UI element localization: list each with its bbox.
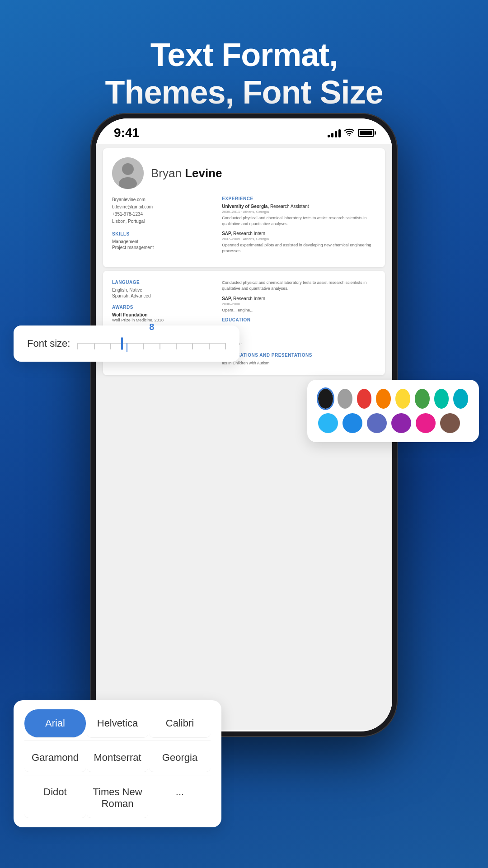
color-swatch-lightblue[interactable] <box>318 413 338 433</box>
font-item-times-new-roman[interactable]: Times New Roman <box>87 778 148 818</box>
color-swatch-gray[interactable] <box>338 389 352 409</box>
name-last: Levine <box>185 166 222 180</box>
font-size-value: 8 <box>149 322 154 332</box>
color-swatch-pink[interactable] <box>416 413 436 433</box>
sap-desc: Opera... engine... <box>222 307 376 313</box>
font-item-georgia[interactable]: Georgia <box>149 744 211 772</box>
contact-info: Bryanlevine.com b.levine@gmail.com +351-… <box>112 196 215 225</box>
contact-phone: +351-978-1234 <box>112 211 215 218</box>
color-swatch-blue[interactable] <box>343 413 362 433</box>
tick-7 <box>176 343 177 349</box>
lang-title: LANGUAGE <box>112 280 215 285</box>
exp-2-desc: Operated experimental pilots and assiste… <box>222 242 376 254</box>
font-picker-panel[interactable]: ArialHelveticaCalibriGaramondMontserratG… <box>14 700 221 827</box>
exp-title: EXPERIENCE <box>222 196 376 201</box>
wifi-icon <box>344 128 354 138</box>
lang-es: Spanish, Advanced <box>112 293 215 298</box>
awards-title: AWARDS <box>112 305 215 310</box>
font-item-helvetica[interactable]: Helvetica <box>87 709 148 738</box>
color-swatch-black[interactable] <box>318 389 333 409</box>
name-first: Bryan <box>151 166 185 180</box>
skills-title: SKILLS <box>112 231 215 236</box>
resume-card-top: Bryan Levine Bryanlevine.com b.levine@gm… <box>103 148 385 267</box>
color-row-1 <box>318 389 468 409</box>
avatar <box>112 157 144 189</box>
contact-email: b.levine@gmail.com <box>112 203 215 211</box>
color-swatch-green[interactable] <box>415 389 430 409</box>
font-item-garamond[interactable]: Garamond <box>24 744 86 772</box>
right-col-bottom: Conducted physical and chemical laborato… <box>222 280 376 366</box>
font-size-panel[interactable]: Font size: 8 <box>14 326 239 362</box>
font-size-row: Font size: 8 <box>27 335 226 353</box>
status-icons <box>328 128 374 138</box>
tick-10 <box>225 343 226 349</box>
resume-name: Bryan Levine <box>151 166 222 180</box>
slider-track <box>77 343 226 344</box>
contact-website: Bryanlevine.com <box>112 196 215 203</box>
header-line2: Themes, Font Size <box>27 74 461 111</box>
skill-project: Project management <box>112 245 215 250</box>
exp-2-dates: 2007–2009 · Athens, Georgia <box>222 237 376 241</box>
right-column: EXPERIENCE University of Georgia, Resear… <box>222 196 376 258</box>
tick-2 <box>94 343 95 349</box>
tick-1 <box>77 343 78 349</box>
lang-en: English, Native <box>112 288 215 292</box>
exp-item-2: SAP, Research Intern 2007–2009 · Athens,… <box>222 231 376 254</box>
color-swatch-brown[interactable] <box>440 413 460 433</box>
color-swatch-indigo[interactable] <box>367 413 387 433</box>
sap-repeat: SAP, Research Intern 2006–2008 · Opera..… <box>222 296 376 313</box>
pub-item: ies in Children with Autism <box>222 360 376 366</box>
exp-1-title: University of Georgia, Research Assistan… <box>222 204 376 209</box>
font-item-...[interactable]: ... <box>149 778 211 818</box>
signal-icon <box>328 128 341 137</box>
status-time: 9:41 <box>114 126 139 140</box>
resume-header: Bryan Levine <box>112 157 376 189</box>
tick-6 <box>160 343 160 349</box>
font-item-didot[interactable]: Didot <box>24 778 86 818</box>
tick-3 <box>110 343 111 349</box>
color-swatch-cyan[interactable] <box>453 389 468 409</box>
color-swatch-purple[interactable] <box>391 413 411 433</box>
exp-2-title: SAP, Research Intern <box>222 231 376 236</box>
font-item-montserrat[interactable]: Montserrat <box>87 744 148 772</box>
tick-5 <box>143 343 144 349</box>
status-bar: 9:41 <box>96 118 392 144</box>
left-column: Bryanlevine.com b.levine@gmail.com +351-… <box>112 196 215 258</box>
battery-icon <box>358 129 374 137</box>
color-grid <box>318 389 468 433</box>
divider-5 <box>24 775 211 775</box>
sap-title: SAP, Research Intern <box>222 296 376 301</box>
contact-location: Lisbon, Portugal <box>112 218 215 225</box>
tick-8 <box>192 343 193 349</box>
exp-repeat-desc: Conducted physical and chemical laborato… <box>222 280 376 291</box>
exp-item-1: University of Georgia, Research Assistan… <box>222 204 376 226</box>
exp-1-dates: 2009–2011 · Athens, Georgia <box>222 210 376 214</box>
color-palette-panel[interactable] <box>307 380 479 442</box>
edu-title: EDUCATION <box>222 317 376 322</box>
exp-1-desc: Conducted physical and chemical laborato… <box>222 215 376 226</box>
color-swatch-red[interactable] <box>357 389 372 409</box>
edu-unive: Unive... <box>222 325 376 331</box>
font-size-label: Font size: <box>27 338 70 349</box>
color-swatch-orange[interactable] <box>376 389 391 409</box>
skill-management: Management <box>112 239 215 244</box>
slider-thumb[interactable] <box>121 337 123 350</box>
fudan-dates: 2002–2008 · <box>222 342 376 346</box>
slider-ticks <box>77 343 226 352</box>
color-swatch-teal[interactable] <box>434 389 449 409</box>
svg-point-0 <box>349 134 350 136</box>
sap-dates: 2006–2008 · <box>222 302 376 306</box>
awards-org: Wolf Foundation <box>112 312 215 317</box>
header-line1: Text Format, <box>27 36 461 74</box>
font-size-slider[interactable]: 8 <box>77 335 226 353</box>
resume-body: Bryanlevine.com b.levine@gmail.com +351-… <box>112 196 376 258</box>
awards-prize: Wolf Prize in Medicine, 2018 <box>112 317 215 324</box>
tick-4 <box>127 343 127 352</box>
color-swatch-yellow[interactable] <box>395 389 410 409</box>
font-item-calibri[interactable]: Calibri <box>149 709 211 738</box>
font-item-arial[interactable]: Arial <box>24 709 86 738</box>
page-header: Text Format, Themes, Font Size <box>0 0 488 129</box>
edu-dates: 2008–00 · <box>222 331 376 335</box>
color-row-2 <box>318 413 468 433</box>
font-grid: ArialHelveticaCalibriGaramondMontserratG… <box>24 709 211 818</box>
